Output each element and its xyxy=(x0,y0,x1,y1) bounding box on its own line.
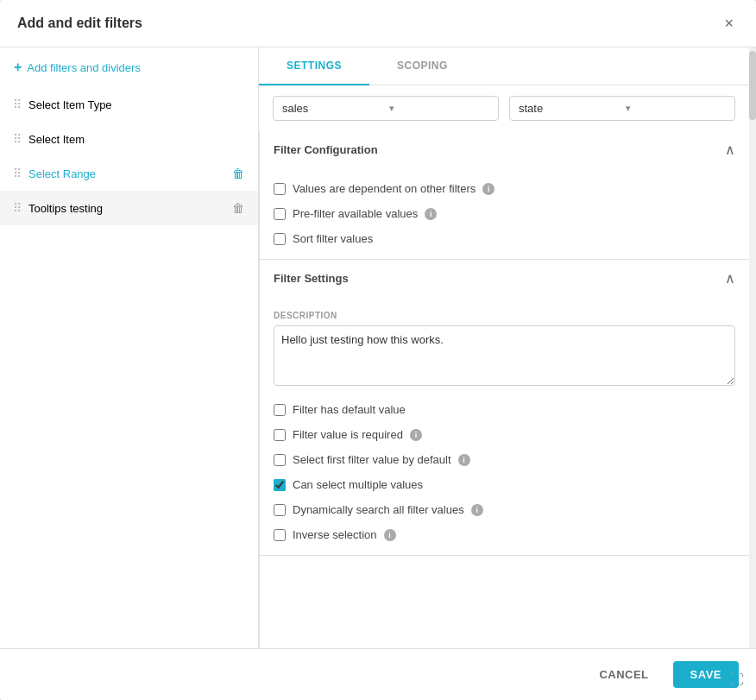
tab-scoping[interactable]: SCOPING xyxy=(369,47,476,85)
filter-configuration-header[interactable]: Filter Configuration ∧ xyxy=(260,131,749,168)
delete-button[interactable]: 🗑 xyxy=(229,165,248,182)
save-button[interactable]: SAVE xyxy=(673,661,739,688)
checkbox-row-inverse: Inverse selection i xyxy=(274,528,735,541)
checkbox-row-dynamic-search: Dynamically search all filter values i xyxy=(274,503,735,516)
checkbox-label-default-value: Filter has default value xyxy=(293,403,406,416)
filter-configuration-title: Filter Configuration xyxy=(274,143,378,156)
checkbox-row-multiple: Can select multiple values xyxy=(274,478,735,491)
scrollbar-thumb[interactable] xyxy=(749,51,756,120)
add-filter-label: Add filters and dividers xyxy=(27,61,141,74)
checkbox-dependent[interactable] xyxy=(274,183,286,195)
checkbox-sort[interactable] xyxy=(274,233,286,245)
info-icon[interactable]: i xyxy=(482,183,495,195)
checkbox-required[interactable] xyxy=(274,429,286,441)
sidebar-item-label: Tooltips testing xyxy=(28,202,229,215)
filter-settings-title: Filter Settings xyxy=(274,272,349,285)
drag-handle-icon: ⠿ xyxy=(13,132,22,146)
checkbox-dynamic-search[interactable] xyxy=(274,504,286,516)
info-icon[interactable]: i xyxy=(425,208,437,220)
sidebar-item-select-range[interactable]: ⠿ Select Range 🗑 xyxy=(0,156,258,191)
checkbox-label-multiple: Can select multiple values xyxy=(293,478,423,491)
info-icon[interactable]: i xyxy=(458,454,470,466)
tabs: SETTINGS SCOPING xyxy=(259,47,749,85)
tab-settings[interactable]: SETTINGS xyxy=(259,47,369,85)
sidebar-item-tooltips-testing[interactable]: ⠿ Tooltips testing 🗑 xyxy=(0,191,258,225)
info-icon[interactable]: i xyxy=(471,504,483,516)
checkbox-label-inverse: Inverse selection xyxy=(293,528,377,541)
checkbox-row-first-value: Select first filter value by default i xyxy=(274,453,735,466)
checkbox-multiple[interactable] xyxy=(274,479,286,491)
description-textarea[interactable]: Hello just testing how this works. xyxy=(274,325,735,386)
checkbox-label-dynamic-search: Dynamically search all filter values xyxy=(293,503,464,516)
scrollbar[interactable] xyxy=(749,47,756,648)
checkbox-default-value[interactable] xyxy=(274,404,286,416)
state-dropdown[interactable]: state ▾ xyxy=(509,96,735,121)
dropdown-value: state xyxy=(519,102,619,115)
modal-header: Add and edit filters × xyxy=(0,0,756,47)
checkbox-inverse[interactable] xyxy=(274,529,286,541)
expand-icon[interactable]: ⛶ xyxy=(730,672,744,688)
checkbox-prefilter[interactable] xyxy=(274,208,286,220)
chevron-down-icon: ▾ xyxy=(626,103,726,114)
modal-title: Add and edit filters xyxy=(17,16,142,31)
add-filter-button[interactable]: + Add filters and dividers xyxy=(0,47,258,87)
modal: Add and edit filters × + Add filters and… xyxy=(0,0,756,700)
sidebar: + Add filters and dividers ⠿ Select Item… xyxy=(0,47,259,648)
sidebar-item-label: Select Item Type xyxy=(28,98,229,111)
checkbox-label-dependent: Values are dependent on other filters xyxy=(293,182,476,195)
filter-settings-header[interactable]: Filter Settings ∧ xyxy=(260,260,749,297)
filter-configuration-section: Filter Configuration ∧ Values are depend… xyxy=(260,131,749,260)
checkbox-row-default-value: Filter has default value xyxy=(274,403,735,416)
drag-handle-icon: ⠿ xyxy=(13,98,22,111)
checkbox-row-required: Filter value is required i xyxy=(274,428,735,441)
dropdown-value: sales xyxy=(282,102,382,115)
info-icon[interactable]: i xyxy=(384,529,396,541)
sidebar-item-select-item-type[interactable]: ⠿ Select Item Type 🗑 xyxy=(0,87,258,122)
description-label: DESCRIPTION xyxy=(274,311,735,320)
sidebar-item-select-item[interactable]: ⠿ Select Item 🗑 xyxy=(0,122,258,156)
main-content: SETTINGS SCOPING sales ▾ state ▾ xyxy=(259,47,749,648)
filter-settings-body: DESCRIPTION Hello just testing how this … xyxy=(260,297,749,555)
collapse-icon: ∧ xyxy=(725,142,735,158)
sections-container: Filter Configuration ∧ Values are depend… xyxy=(259,131,749,648)
close-button[interactable]: × xyxy=(719,14,739,33)
checkbox-label-prefilter: Pre-filter available values xyxy=(293,207,418,220)
collapse-icon: ∧ xyxy=(725,270,735,287)
modal-footer: CANCEL SAVE ⛶ xyxy=(0,648,756,700)
filter-configuration-body: Values are dependent on other filters i … xyxy=(260,168,749,259)
checkbox-label-sort: Sort filter values xyxy=(293,232,373,245)
filter-settings-section: Filter Settings ∧ DESCRIPTION Hello just… xyxy=(260,260,749,556)
sidebar-item-label: Select Range xyxy=(28,167,229,180)
cancel-button[interactable]: CANCEL xyxy=(585,661,662,688)
dropdowns-row: sales ▾ state ▾ xyxy=(259,85,749,131)
sales-dropdown[interactable]: sales ▾ xyxy=(273,96,499,121)
plus-icon: + xyxy=(14,60,22,75)
chevron-down-icon: ▾ xyxy=(389,103,489,114)
drag-handle-icon: ⠿ xyxy=(13,167,22,180)
delete-button[interactable]: 🗑 xyxy=(229,199,248,217)
checkbox-label-first-value: Select first filter value by default xyxy=(293,453,451,466)
checkbox-first-value[interactable] xyxy=(274,454,286,466)
modal-body: + Add filters and dividers ⠿ Select Item… xyxy=(0,47,756,648)
checkbox-row-prefilter: Pre-filter available values i xyxy=(274,207,735,220)
info-icon[interactable]: i xyxy=(410,429,422,441)
checkbox-label-required: Filter value is required xyxy=(293,428,403,441)
drag-handle-icon: ⠿ xyxy=(13,201,22,215)
checkbox-row-dependent: Values are dependent on other filters i xyxy=(274,182,735,195)
checkbox-row-sort: Sort filter values xyxy=(274,232,735,245)
sidebar-item-label: Select Item xyxy=(28,133,229,146)
